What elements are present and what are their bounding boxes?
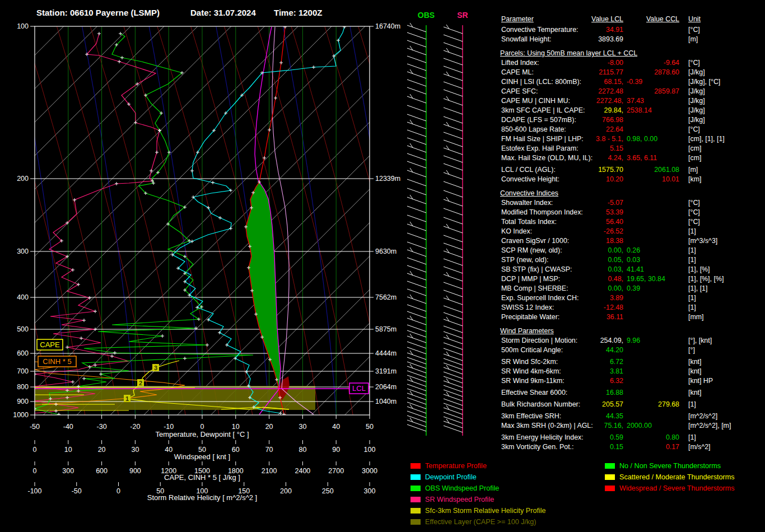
sr-wind-barb xyxy=(444,82,463,88)
height-tick-label: 4444m xyxy=(375,349,397,357)
pressure-tick-label: 400 xyxy=(17,293,29,301)
axis-tick-label: 0 xyxy=(33,467,37,475)
row-unit: [knt] xyxy=(688,367,701,376)
axis-tick-label: -50 xyxy=(72,487,82,495)
table-row: Precipitable Water:36.11[mm] xyxy=(500,312,765,322)
row-label: CAPE ML: xyxy=(501,68,534,77)
axis-tick-label: 250 xyxy=(322,487,334,495)
obs-wind-barb xyxy=(407,161,426,168)
table-row: FM Hail Size | SHIP | LHP:3.8 - 5.1,0.98… xyxy=(500,134,765,144)
row-unit: [1], [%], [%] xyxy=(688,274,724,284)
legend-label: OBS Windspeed Profile xyxy=(425,484,499,492)
row-unit: [m] xyxy=(688,165,698,175)
obs-wind-barb xyxy=(407,311,426,318)
sr-wind-barb xyxy=(444,58,463,65)
obs-wind-barb xyxy=(407,273,426,280)
axis-tick-label: -40 xyxy=(63,423,73,431)
row-unit: [knt] HP xyxy=(688,376,713,386)
chart-label-text: CINH * 5 xyxy=(43,357,71,366)
sr-wind-barb xyxy=(444,298,463,305)
sr-wind-barb xyxy=(444,251,463,258)
axis-tick-label: 900 xyxy=(129,467,141,475)
table-row: Total Totals Index:56.40[°C] xyxy=(500,217,765,227)
legend-swatch xyxy=(605,486,615,491)
table-row: CAPE ML:2115.772878.60[J/kg] xyxy=(500,68,765,77)
table-row: DCP | MMP | MSP:0.48,19.65, 30.84[1], [%… xyxy=(500,274,765,284)
table-row: Exp. Supercell Index CH:3.89[1] xyxy=(500,293,765,303)
height-tick-label: 9630m xyxy=(375,248,397,255)
row-unit: [1] xyxy=(688,227,696,236)
legend-item: OBS Windspeed Profile xyxy=(411,483,546,494)
axis-tick-label: 100 xyxy=(364,446,376,454)
height-tick-label: 7562m xyxy=(375,293,397,301)
sr-wind-barb xyxy=(444,312,463,319)
row-unit: [cm] xyxy=(688,153,701,163)
axis-tick-label: 300 xyxy=(62,467,74,475)
table-body: Convective Temperature:34.91[°C]Snowfall… xyxy=(500,25,765,452)
table-row: CAPE MU | CINH MU:2272.48,37.43[J/kg] xyxy=(500,96,765,106)
row-unit: [1], [1] xyxy=(688,284,707,293)
row-unit: [1] xyxy=(688,433,696,442)
table-row: Convective Temperature:34.91[°C] xyxy=(500,25,765,35)
obs-column-label: OBS xyxy=(418,11,435,20)
row-unit: [cm], [1], [1] xyxy=(688,134,725,144)
row-unit: [knt] xyxy=(688,388,701,398)
pressure-tick-label: 500 xyxy=(17,325,29,333)
profile-legend: Temperature ProfileDewpoint ProfileOBS W… xyxy=(411,460,546,528)
legend-label: No / Non Severe Thunderstorms xyxy=(619,462,721,470)
header-parameter: Parameter xyxy=(501,15,534,24)
moist-adiabat-line xyxy=(157,26,253,415)
sr-wind-barb xyxy=(444,164,463,170)
table-row: SR Wind 9km-11km:6.32[knt] HP xyxy=(500,376,765,386)
obs-wind-barb xyxy=(407,146,426,152)
legend-label: Widespread / Severe Thunderstorms xyxy=(619,484,735,492)
row-unit: [m^2/s^2], [m] xyxy=(688,421,731,431)
header-value-lcl: Value LCL xyxy=(534,15,623,24)
table-row: STP (new, old):0.05,0.03[1] xyxy=(500,255,765,265)
legend-item: Scattered / Moderate Thunderstorms xyxy=(605,472,735,483)
height-tick-label: 2064m xyxy=(375,383,397,391)
table-section-header: Parcels: Using 50mB mean layer LCL + CCL xyxy=(500,49,765,58)
axis-tick-label: 0 xyxy=(200,423,204,431)
moist-adiabat-line xyxy=(291,26,386,415)
srh-km-marker-label: 3 xyxy=(154,365,157,371)
axis-tick-label: 2100 xyxy=(262,467,277,475)
obs-wind-barb xyxy=(407,153,426,160)
obs-wind-barb xyxy=(407,56,426,63)
pressure-tick-label: 600 xyxy=(17,349,29,357)
sr-wind-barb xyxy=(444,108,463,114)
table-row: Estofex Exp. Hail Param:5.15[cm] xyxy=(500,144,765,153)
isotherm-line xyxy=(311,26,493,415)
table-row: KO Index:-26.52[1] xyxy=(500,227,765,236)
axis-tick-label: 200 xyxy=(280,487,292,495)
pressure-tick-label: 200 xyxy=(17,175,29,183)
axis-tick-label: 2400 xyxy=(295,467,310,475)
legend-swatch xyxy=(411,497,421,502)
table-row: Effective Shear 6000:16.88[knt] xyxy=(500,388,765,398)
isotherm-line xyxy=(0,26,198,415)
obs-wind-barb xyxy=(407,96,426,103)
sr-wind-barb xyxy=(444,35,463,41)
sr-wind-barb xyxy=(444,199,463,206)
row-unit: [km] xyxy=(688,175,701,184)
obs-wind-barb xyxy=(407,224,426,231)
table-row: 500m Critical Angle:44.20[°] xyxy=(500,346,765,355)
obs-wind-barb xyxy=(407,48,426,55)
moist-adiabat-line xyxy=(425,26,493,415)
row-unit: [°] xyxy=(688,346,695,355)
legend-item: Dewpoint Profile xyxy=(411,472,546,483)
sr-column-label: SR xyxy=(457,11,468,20)
severity-legend: No / Non Severe ThunderstormsScattered /… xyxy=(605,460,735,494)
axis-tick-label: 30 xyxy=(131,446,139,454)
sr-wind-barb xyxy=(444,282,463,289)
obs-wind-barb xyxy=(407,72,426,78)
dry-adiabat-line xyxy=(82,26,136,415)
sr-wind-barb xyxy=(444,217,463,224)
legend-swatch xyxy=(605,463,615,469)
sr-wind-barb xyxy=(444,50,463,57)
axis-tick-label: 50 xyxy=(366,423,374,431)
axis-tick-label: 60 xyxy=(232,446,240,454)
row-unit: [1] xyxy=(688,303,696,312)
row-unit: [m^2/s^2] xyxy=(688,412,717,421)
height-tick-label: 16740m xyxy=(375,22,400,30)
